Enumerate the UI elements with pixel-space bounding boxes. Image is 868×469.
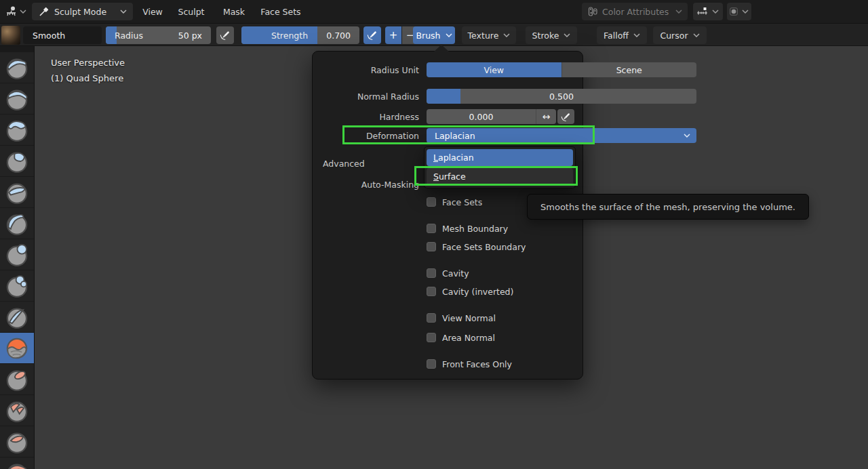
sculpt-workspace-icon: [5, 5, 18, 18]
radius-slider[interactable]: Radius 50 px: [106, 26, 211, 44]
sculpt-mode-icon: [38, 6, 50, 18]
normal-radius-slider[interactable]: 0.500: [427, 89, 696, 104]
cavity-checkbox[interactable]: [427, 268, 436, 278]
color-attributes-label: Color Attributes: [602, 7, 669, 17]
viewport-info-overlay: User Perspective (1) Quad Sphere: [51, 55, 125, 86]
brush-clay-strips[interactable]: [0, 146, 34, 176]
clay-brush-icon: [3, 117, 31, 144]
radius-pressure-toggle[interactable]: [216, 26, 234, 44]
add-brush-button[interactable]: +: [385, 26, 401, 44]
hardness-slider[interactable]: 0.000 ↔: [427, 109, 556, 124]
popover-arrow: [433, 45, 450, 52]
front-faces-only-checkbox[interactable]: [427, 359, 436, 369]
brush-name-field[interactable]: Smooth: [23, 26, 102, 44]
draw-sharp-brush-icon: [3, 85, 31, 113]
chevron-down-icon: [446, 33, 452, 37]
brush-flatten[interactable]: [0, 364, 34, 394]
face-sets-boundary-checkbox[interactable]: [427, 242, 436, 251]
flatten-brush-icon: [3, 366, 31, 393]
brush-crease[interactable]: [0, 302, 34, 332]
clay-thumb-brush-icon: [3, 179, 31, 206]
chevron-down-icon: [633, 33, 640, 37]
chevron-down-icon: [503, 33, 510, 37]
scrape-brush-icon: [3, 428, 31, 455]
popover-falloff[interactable]: Falloff: [597, 26, 647, 44]
brush-scrape[interactable]: [0, 426, 34, 457]
menu-view[interactable]: View: [137, 3, 168, 20]
chevron-down-icon: [20, 9, 26, 14]
radius-unit-scene-option[interactable]: Scene: [561, 62, 697, 77]
menu-sculpt[interactable]: Sculpt: [171, 3, 212, 20]
cavity-inverted-checkbox[interactable]: [427, 287, 436, 296]
brush-draw-sharp[interactable]: [0, 83, 34, 114]
smooth-brush-icon: [3, 335, 31, 362]
color-attributes-selector[interactable]: Color Attributes: [582, 3, 688, 20]
brush-draw[interactable]: [0, 52, 34, 83]
brush-clay[interactable]: [0, 115, 34, 145]
chevron-down-icon: [675, 9, 682, 14]
popover-cursor[interactable]: Cursor: [653, 26, 707, 44]
checkbox-row-area-normal: Area Normal: [427, 332, 495, 343]
hardness-label: Hardness: [313, 109, 419, 124]
multiplane-scrape-brush-icon: [3, 460, 31, 469]
blender-window: Sculpt Mode View Sculpt Mask Face Sets C…: [0, 0, 868, 469]
stylus-pressure-icon: [367, 30, 378, 41]
clay-strips-brush-icon: [3, 148, 31, 175]
brush-layer[interactable]: [0, 208, 34, 239]
checkbox-row-front-faces-only: Front Faces Only: [427, 359, 512, 369]
crease-brush-icon: [3, 304, 31, 331]
brush-inflate[interactable]: [0, 239, 34, 270]
mode-selector-dropdown[interactable]: Sculpt Mode: [32, 3, 133, 20]
brush-smooth-selected[interactable]: [0, 333, 34, 363]
color-attribute-icon: [587, 6, 598, 17]
mode-label: Sculpt Mode: [54, 7, 106, 17]
chevron-down-icon: [564, 33, 570, 37]
checkbox-row-cavity-inverted: Cavity (inverted): [427, 286, 513, 297]
mesh-boundary-checkbox[interactable]: [427, 224, 436, 233]
popover-texture[interactable]: Texture: [462, 26, 516, 44]
falloff-curve-preset-button[interactable]: [693, 3, 723, 20]
fill-brush-icon: [3, 397, 31, 424]
chevron-down-icon: [742, 9, 749, 14]
draw-brush-icon: [3, 54, 31, 81]
brush-toolbar: [0, 46, 35, 469]
checkbox-row-mesh-boundary: Mesh Boundary: [427, 223, 508, 234]
stylus-pressure-icon: [220, 30, 231, 41]
hardness-pressure-toggle[interactable]: [557, 109, 574, 124]
menu-item-laplacian[interactable]: Laplacian: [427, 149, 573, 166]
editor-type-button[interactable]: [3, 3, 31, 20]
blob-brush-icon: [3, 272, 31, 300]
radius-unit-view-option[interactable]: View: [427, 62, 561, 77]
chevron-down-icon: [684, 134, 690, 138]
chevron-down-icon: [712, 9, 719, 14]
layer-brush-icon: [3, 210, 31, 237]
view-normal-checkbox[interactable]: [427, 313, 436, 323]
brush-blob[interactable]: [0, 270, 34, 301]
chevron-down-icon: [120, 9, 127, 14]
brush-thumbnail[interactable]: [1, 26, 20, 45]
menu-face-sets[interactable]: Face Sets: [255, 3, 307, 20]
brush-display-button[interactable]: [727, 3, 751, 20]
brush-fill[interactable]: [0, 395, 34, 426]
falloff-curve-icon: [696, 7, 708, 17]
chevron-down-icon: [693, 33, 700, 37]
popover-stroke[interactable]: Stroke: [526, 26, 577, 44]
menu-mask[interactable]: Mask: [216, 3, 252, 20]
checkbox-row-cavity: Cavity: [427, 268, 469, 279]
unified-hardness-icon[interactable]: ↔: [536, 109, 556, 124]
radius-unit-toggle: View Scene: [427, 62, 696, 77]
strength-pressure-toggle[interactable]: [363, 26, 381, 44]
brush-multiplane-scrape[interactable]: [0, 457, 34, 469]
popover-brush[interactable]: Brush: [413, 26, 455, 44]
active-object-label: (1) Quad Sphere: [51, 70, 125, 86]
area-normal-checkbox[interactable]: [427, 333, 436, 342]
brush-cursor-icon: [730, 6, 738, 17]
radius-unit-label: Radius Unit: [313, 62, 419, 77]
checkbox-row-face-sets: Face Sets: [427, 197, 482, 207]
brush-clay-thumb[interactable]: [0, 177, 34, 207]
surface-option-tooltip: Smooths the surface of the mesh, preserv…: [527, 194, 809, 220]
advanced-section-label: Advanced: [323, 159, 365, 169]
face-sets-checkbox[interactable]: [427, 197, 436, 207]
auto-masking-label: Auto-Masking: [313, 177, 419, 192]
strength-slider[interactable]: Strength 0.700: [241, 26, 359, 44]
